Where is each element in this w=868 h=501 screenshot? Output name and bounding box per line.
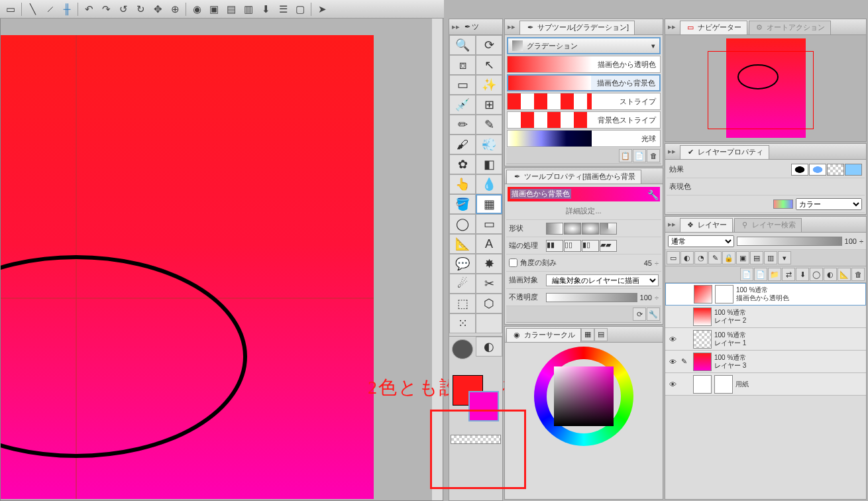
tool-wand-icon[interactable]: ✨ xyxy=(476,75,502,95)
lbtn-m2-icon[interactable]: ◐ xyxy=(824,268,837,281)
tool-move-icon[interactable]: ✥ xyxy=(150,2,166,17)
busy-icon[interactable]: ⟳ xyxy=(633,307,646,321)
fx-border-icon[interactable] xyxy=(791,164,808,176)
layer-row-0[interactable]: 100 %通常描画色から透明色 xyxy=(665,283,866,306)
color-circle[interactable] xyxy=(534,347,633,446)
subtool-item-3[interactable]: 背景色ストライプ xyxy=(507,111,661,129)
navigator-frame[interactable] xyxy=(708,51,814,129)
lbtn-mask-icon[interactable]: ◯ xyxy=(810,268,823,281)
layer-row-1[interactable]: 100 %通常レイヤー 2 xyxy=(665,306,866,328)
tool-download-icon[interactable]: ⬇ xyxy=(258,2,274,17)
tool-airbrush-icon[interactable]: 💨 xyxy=(476,135,502,154)
tool-snap3-icon[interactable]: ╫ xyxy=(59,2,75,17)
collapse-icon[interactable]: ▸▸ xyxy=(449,23,462,31)
tool-shape-icon[interactable]: ◯ xyxy=(449,214,476,234)
edge-opt2-icon[interactable]: ▯▯ xyxy=(564,240,581,252)
tool-lines-icon[interactable]: ☄ xyxy=(449,274,476,294)
eye-icon[interactable]: 👁 xyxy=(667,380,678,388)
toolproperty-tab[interactable]: ✒ ツールプロパティ[描画色から背景 xyxy=(506,170,641,184)
eye-icon[interactable]: 👁 xyxy=(667,358,678,366)
subtool-item-2[interactable]: ストライプ xyxy=(507,93,661,110)
tool-hand-icon[interactable]: ⟳ xyxy=(476,35,502,55)
tool-snap1-icon[interactable]: ╲ xyxy=(25,2,40,17)
tool-eraser-icon[interactable]: ◧ xyxy=(476,154,502,174)
lbtn-clip-icon[interactable]: ◐ xyxy=(680,251,694,264)
express-select[interactable]: カラー xyxy=(796,198,862,210)
tool-balloon-icon[interactable]: 💬 xyxy=(449,254,476,274)
subtool-item-0[interactable]: 描画色から透明色 xyxy=(507,56,661,73)
fx-tone-icon[interactable] xyxy=(809,164,826,176)
new-icon[interactable]: 📄 xyxy=(633,149,646,162)
edge-opt4-icon[interactable]: ▰▰ xyxy=(600,240,617,252)
colortab3-icon[interactable]: ▤ xyxy=(594,328,608,341)
tool-fill-icon[interactable]: 🪣 xyxy=(449,194,476,214)
lbtn-folder-icon[interactable]: 📁 xyxy=(768,268,781,281)
canvas-vscroll[interactable] xyxy=(432,19,443,500)
lbtn-a-icon[interactable]: ▣ xyxy=(736,251,749,264)
navigator-view[interactable] xyxy=(665,35,866,141)
tool-window1-icon[interactable]: ▣ xyxy=(206,2,222,17)
fx-color-icon[interactable] xyxy=(845,164,862,176)
layer-row-4[interactable]: 👁 用紙 xyxy=(665,373,866,396)
trash-icon[interactable]: 🗑 xyxy=(647,149,660,162)
tool-rotate-cw-icon[interactable]: ↷ xyxy=(98,2,114,17)
tool-drop-icon[interactable]: 💧 xyxy=(476,174,502,194)
tool-blend-icon[interactable]: 👆 xyxy=(449,174,476,194)
tool-grid-icon[interactable]: ⊞ xyxy=(476,95,502,115)
shape-linear-icon[interactable] xyxy=(546,223,563,235)
lbtn-new2-icon[interactable]: 📄 xyxy=(754,268,767,281)
subtool-item-4[interactable]: 光球 xyxy=(507,130,661,147)
background-color[interactable] xyxy=(468,391,499,421)
subtool-tab[interactable]: ✒ サブツール[グラデーション] xyxy=(519,21,635,35)
pen-tab-icon[interactable]: ✒ xyxy=(462,23,472,32)
layerprop-tab[interactable]: ✔ レイヤープロパティ xyxy=(680,145,769,160)
eye-icon[interactable]: 👁 xyxy=(667,335,678,343)
tool-screen-icon[interactable]: ▢ xyxy=(292,2,308,17)
navigator-tab[interactable]: ▭ ナビゲーター xyxy=(680,21,747,35)
lbtn-lock-icon[interactable]: 🔒 xyxy=(722,251,735,264)
shape-ellipse-icon[interactable] xyxy=(582,223,599,235)
tool-pen-icon[interactable]: ✏ xyxy=(449,115,476,135)
tool-pencil-icon[interactable]: ✎ xyxy=(476,115,502,135)
gradient-preview-bar[interactable]: 描画色から背景色 🔧 xyxy=(508,187,660,201)
colortab2-icon[interactable]: ▦ xyxy=(581,328,594,341)
sv-box[interactable] xyxy=(554,366,614,426)
tool-send-icon[interactable]: ➤ xyxy=(314,2,330,17)
shape-angle-icon[interactable] xyxy=(600,223,617,235)
tool-text-icon[interactable]: A xyxy=(476,234,502,254)
tool-brush-icon[interactable]: 🖌 xyxy=(449,135,476,154)
tool-blank-icon[interactable] xyxy=(476,313,502,333)
edge-opt1-icon[interactable]: ▮▮ xyxy=(546,240,563,252)
tool-deco-icon[interactable]: ✿ xyxy=(449,154,476,174)
autoaction-tab[interactable]: ⚙ オートアクション xyxy=(749,21,831,35)
lbtn-d-icon[interactable]: ▾ xyxy=(778,251,791,264)
lbtn-ruler-icon[interactable]: 📐 xyxy=(838,268,851,281)
lbtn-merge-icon[interactable]: ⬇ xyxy=(796,268,809,281)
tool-knife-icon[interactable]: ✂ xyxy=(476,274,502,294)
collapse-icon[interactable]: ▸▸ xyxy=(665,220,678,229)
layer-row-3[interactable]: 👁 ✎ 100 %通常レイヤー 3 xyxy=(665,351,866,373)
blend-select[interactable]: 通常 xyxy=(668,235,734,247)
tool-frame-icon[interactable]: ▭ xyxy=(476,214,502,234)
tool-dots-icon[interactable]: ⁙ xyxy=(449,313,476,333)
color-sub-icon[interactable]: ◐ xyxy=(476,337,502,357)
lbtn-transfer-icon[interactable]: ⇄ xyxy=(782,268,795,281)
tool-redo-icon[interactable]: ↻ xyxy=(133,2,148,17)
lbtn-trash-icon[interactable]: 🗑 xyxy=(851,268,865,281)
tool-rotate-ccw-icon[interactable]: ↶ xyxy=(81,2,97,17)
collapse-icon[interactable]: ▸▸ xyxy=(505,23,518,31)
tool-saturated-icon[interactable]: ⬚ xyxy=(449,294,476,313)
tool-snap2-icon[interactable]: ⟋ xyxy=(42,2,58,17)
tool-perspective-icon[interactable]: ⬡ xyxy=(476,294,502,313)
colorcircle-tab[interactable]: ◉ カラーサークル xyxy=(506,328,581,343)
lbtn-draft-icon[interactable]: ✎ xyxy=(708,251,722,264)
lbtn-b-icon[interactable]: ▤ xyxy=(750,251,763,264)
shape-radial-icon[interactable] xyxy=(564,223,581,235)
collapse-icon[interactable]: ▸▸ xyxy=(665,23,678,31)
lbtn-rect-icon[interactable]: ▭ xyxy=(667,251,680,264)
paste-icon[interactable]: 📋 xyxy=(619,149,632,162)
fx-checker-icon[interactable] xyxy=(827,164,844,176)
tool-window3-icon[interactable]: ▥ xyxy=(241,2,256,17)
subtool-group[interactable]: グラデーション ▾ xyxy=(507,37,661,54)
layer-opacity-slider[interactable] xyxy=(737,237,842,246)
